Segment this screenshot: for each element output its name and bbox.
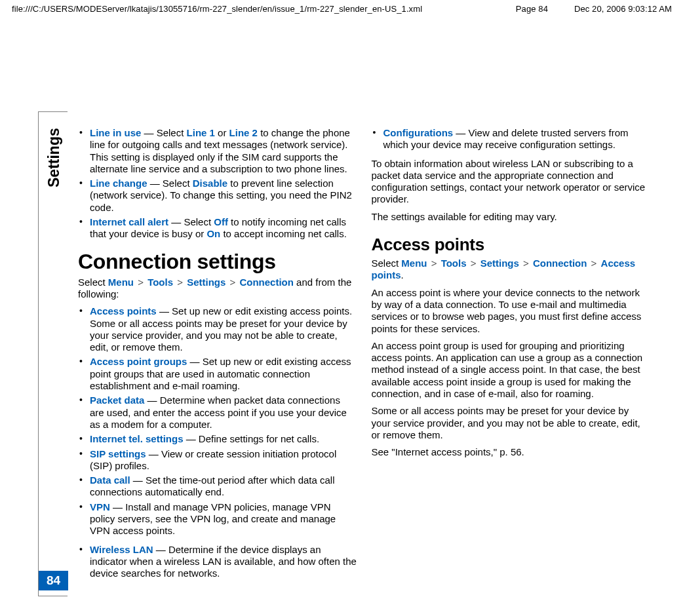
crumb-item: Menu — [401, 258, 427, 269]
text: to accept incoming net calls. — [220, 228, 347, 239]
chevron-right-icon: > — [522, 258, 530, 269]
keyword: VPN — [90, 501, 110, 512]
heading-connection-settings: Connection settings — [78, 250, 357, 274]
paragraph: The settings available for editing may v… — [372, 211, 651, 223]
keyword: Access points — [90, 305, 157, 317]
paragraph: To obtain information about wireless LAN… — [372, 158, 651, 206]
keyword: Internet tel. settings — [90, 433, 184, 444]
text: — Define settings for net calls. — [184, 433, 320, 444]
chevron-right-icon: > — [430, 258, 439, 269]
crumb-item: Tools — [147, 277, 173, 288]
paragraph: Some or all access points may be preset … — [372, 405, 651, 441]
list-item: Configurations — View and delete trusted… — [372, 127, 651, 151]
list-item: Packet data — Determine when packet data… — [78, 395, 357, 431]
keyword: Wireless LAN — [90, 544, 153, 555]
crumb-item: Connection — [533, 258, 587, 269]
side-tab: Settings 84 — [38, 111, 68, 596]
paragraph: An access point group is used for groupi… — [372, 340, 651, 400]
paragraph: See "Internet access points," p. 56. — [372, 446, 651, 458]
section-label: Settings — [45, 168, 63, 187]
crumb-item: Settings — [480, 258, 519, 269]
keyword: Packet data — [90, 395, 144, 406]
keyword: Data call — [90, 474, 130, 486]
list-item: Access points — Set up new or edit exist… — [78, 305, 357, 353]
chevron-right-icon: > — [469, 258, 478, 269]
connection-list: Access points — Set up new or edit exist… — [78, 305, 357, 537]
chevron-right-icon: > — [176, 277, 184, 288]
text: . — [401, 269, 404, 280]
option: Line 2 — [229, 127, 258, 138]
text: — Select — [141, 127, 186, 138]
list-item: VPN — Install and manage VPN policies, m… — [78, 501, 357, 537]
option: Disable — [193, 178, 227, 189]
timestamp: Dec 20, 2006 9:03:12 AM — [574, 4, 672, 14]
keyword: Internet call alert — [90, 216, 168, 227]
list-item: Access point groups — Set up new or edit… — [78, 356, 357, 392]
keyword: Line change — [90, 178, 147, 189]
option: On — [206, 228, 220, 239]
list-item: Wireless LAN — Determine if the device d… — [78, 544, 357, 580]
breadcrumb: Select Menu > Tools > Settings > Connect… — [372, 258, 651, 282]
file-path: file:///C:/USERS/MODEServer/lkatajis/130… — [12, 4, 422, 14]
crumb-item: Settings — [187, 277, 225, 288]
crumb-item: Connection — [239, 277, 294, 288]
page-number: 84 — [39, 571, 68, 590]
page-header: file:///C:/USERS/MODEServer/lkatajis/130… — [0, 0, 685, 16]
list-item: SIP settings — View or create session in… — [78, 448, 357, 472]
text: — Install and manage VPN policies, manag… — [90, 501, 336, 537]
text: — Select — [168, 216, 214, 227]
list-item: Data call — Set the time-out period afte… — [78, 474, 357, 499]
text: Select — [78, 277, 108, 288]
option: Line 1 — [187, 127, 215, 138]
list-item: Line change — Select Disable to prevent … — [78, 178, 357, 214]
keyword: SIP settings — [90, 448, 146, 459]
crumb-item: Menu — [108, 277, 134, 288]
page-frame: Settings 84 Line in use — Select Line 1 … — [38, 111, 654, 596]
list-item: Internet call alert — Select Off to noti… — [78, 216, 357, 241]
chevron-right-icon: > — [136, 277, 145, 288]
chevron-right-icon: > — [229, 277, 237, 288]
chevron-right-icon: > — [590, 258, 598, 269]
settings-list-top: Line in use — Select Line 1 or Line 2 to… — [78, 127, 357, 241]
list-item: Internet tel. settings — Define settings… — [78, 433, 357, 445]
heading-access-points: Access points — [372, 235, 651, 255]
crumb-item: Tools — [441, 258, 467, 269]
text: or — [215, 127, 229, 138]
list-item: Line in use — Select Line 1 or Line 2 to… — [78, 127, 357, 175]
header-right: Page 84 Dec 20, 2006 9:03:12 AM — [516, 4, 672, 14]
page-indicator: Page 84 — [516, 4, 548, 14]
text: — Select — [147, 178, 193, 189]
keyword: Line in use — [90, 127, 141, 138]
keyword: Access point groups — [90, 356, 187, 367]
breadcrumb: Select Menu > Tools > Settings > Connect… — [78, 277, 357, 301]
keyword: Configurations — [383, 127, 454, 138]
paragraph: An access point is where your device con… — [372, 287, 651, 335]
page-content: Line in use — Select Line 1 or Line 2 to… — [68, 111, 654, 596]
option: Off — [214, 216, 228, 227]
text: Select — [372, 258, 402, 269]
